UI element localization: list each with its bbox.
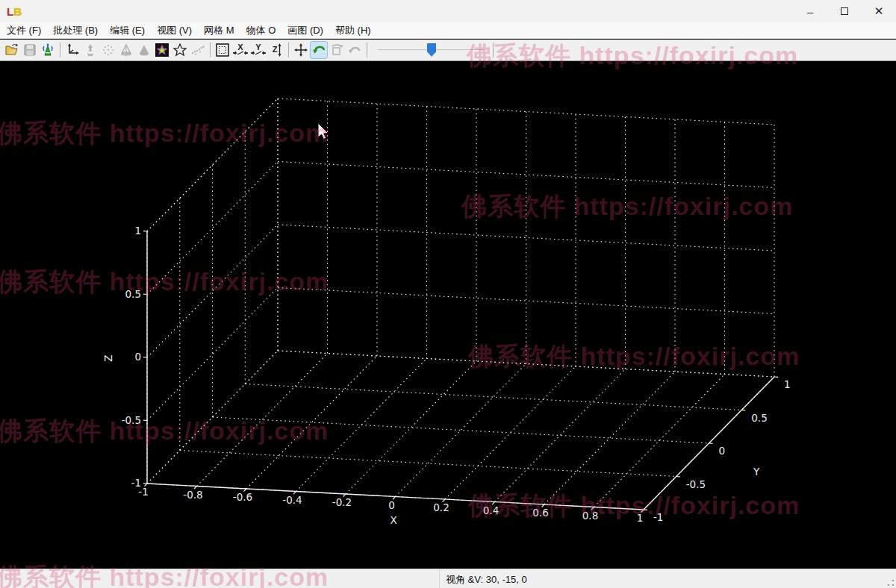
move-tool-button[interactable] — [292, 41, 310, 59]
point-cloud-icon — [101, 43, 116, 57]
window-controls: – ✕ — [793, 0, 896, 22]
x-tick-label: 1 — [637, 512, 644, 524]
view-angle-status: 视角 &V: 30, -15, 0 — [446, 573, 527, 587]
z-axis-move-button[interactable]: Z — [267, 41, 285, 59]
axis-titles: XYZ — [102, 354, 760, 526]
star-colorful-icon — [155, 43, 169, 57]
svg-text:Z: Z — [273, 45, 278, 54]
broadcast-button[interactable] — [39, 41, 57, 59]
close-button[interactable]: ✕ — [862, 0, 896, 22]
y-axis-title: Y — [753, 466, 760, 478]
undo-arrow-icon — [347, 43, 362, 57]
app-logo-icon: LB — [7, 6, 22, 17]
x-tick-label: -0.8 — [183, 489, 202, 501]
rotate-arrow-icon — [311, 43, 326, 57]
cone-solid-icon — [137, 43, 152, 57]
y-axis-move-icon: Y — [250, 43, 267, 57]
plot-canvas[interactable]: -1-0.8-0.6-0.4-0.200.20.40.60.81-1-0.500… — [0, 61, 896, 569]
toolbar-separator — [60, 43, 60, 57]
menu-bar: 文件 (F) 批处理 (B) 编辑 (E) 视图 (V) 网格 M 物体 O 画… — [0, 22, 896, 39]
y-tick-label: 0.5 — [751, 412, 767, 424]
x-axis-move-icon: X — [232, 43, 249, 57]
menu-mesh[interactable]: 网格 M — [199, 24, 239, 37]
y-axis-move-button[interactable]: Y — [249, 41, 267, 59]
z-axis-move-icon: Z — [269, 43, 284, 57]
star-outline-icon — [172, 43, 187, 57]
svg-text:X: X — [237, 43, 243, 51]
light-button[interactable] — [81, 41, 99, 59]
y-tick-label: -1 — [653, 511, 663, 523]
status-bar: 视角 &V: 30, -15, 0 — [0, 569, 896, 588]
star-colorful-button[interactable] — [153, 41, 171, 59]
minimize-button[interactable]: – — [793, 0, 827, 22]
undo-button[interactable] — [346, 41, 364, 59]
mouse-cursor — [318, 123, 328, 139]
move-arrows-icon — [293, 43, 308, 57]
z-tick-label: -0.5 — [122, 414, 141, 426]
grid-left-wall — [147, 98, 278, 484]
x-tick-label: 0.2 — [433, 501, 449, 513]
scatter-points-button[interactable] — [189, 41, 207, 59]
grid-border-button[interactable] — [214, 41, 231, 59]
menu-view[interactable]: 视图 (V) — [152, 24, 197, 37]
z-tick-label: 1 — [134, 225, 141, 237]
menu-object[interactable]: 物体 O — [241, 24, 281, 37]
cone-wireframe-icon — [119, 43, 134, 57]
open-file-button[interactable] — [3, 41, 21, 59]
axis-lines — [147, 231, 774, 510]
axes-3d-icon — [65, 43, 80, 57]
toolbar-separator — [210, 43, 211, 57]
toolbar-separator — [493, 43, 494, 57]
app-window: LB – ✕ 文件 (F) 批处理 (B) 编辑 (E) 视图 (V) 网格 M… — [0, 0, 896, 588]
open-folder-icon — [4, 43, 19, 57]
statusbar-separator — [439, 569, 440, 588]
rotate-box-icon — [329, 43, 344, 57]
z-tick-label: 0 — [134, 351, 141, 363]
x-tick-label: -0.4 — [282, 494, 302, 506]
menu-edit[interactable]: 编辑 (E) — [105, 24, 150, 37]
y-tick-labels: -1-0.500.51 — [653, 378, 791, 523]
axes-3d-button[interactable] — [63, 41, 81, 59]
grid-back-wall — [278, 98, 774, 377]
x-tick-label: 0.8 — [582, 510, 598, 522]
y-tick-label: -0.5 — [686, 478, 706, 490]
y-tick-label: 1 — [784, 378, 791, 390]
slider-handle[interactable] — [427, 43, 436, 57]
title-bar: LB – ✕ — [0, 0, 896, 22]
x-tick-label: 0 — [388, 499, 395, 511]
maximize-icon — [841, 7, 848, 15]
rotate-box-button[interactable] — [328, 41, 346, 59]
antenna-icon — [40, 43, 55, 57]
save-file-button[interactable] — [21, 41, 39, 59]
x-axis-title: X — [390, 514, 396, 526]
cone-solid-button[interactable] — [135, 41, 153, 59]
grid-border-icon — [215, 43, 230, 57]
rotate-tool-button[interactable] — [310, 41, 328, 59]
toolbar-separator — [288, 43, 289, 57]
x-axis-move-button[interactable]: X — [231, 41, 249, 59]
maximize-button[interactable] — [827, 0, 862, 22]
menu-draw[interactable]: 画图 (D) — [282, 24, 329, 37]
zoom-slider[interactable] — [378, 41, 490, 59]
z-axis-title: Z — [102, 354, 114, 361]
z-tick-label: 0.5 — [125, 288, 141, 300]
x-tick-label: -0.6 — [233, 491, 252, 503]
save-icon — [23, 43, 37, 57]
z-tick-label: -1 — [131, 477, 141, 489]
star-outline-button[interactable] — [171, 41, 189, 59]
toolbar-separator — [367, 43, 367, 57]
y-tick-label: 0 — [719, 445, 726, 457]
toolbar: X Y Z — [0, 40, 896, 61]
point-cloud-button[interactable] — [99, 41, 117, 59]
light-up-icon — [83, 43, 98, 57]
svg-text:Y: Y — [255, 43, 261, 51]
viewport-3d[interactable]: -1-0.8-0.6-0.4-0.200.20.40.60.81-1-0.500… — [0, 61, 896, 569]
menu-file[interactable]: 文件 (F) — [1, 24, 46, 37]
scatter-curve-icon — [190, 43, 205, 57]
menu-help[interactable]: 帮助 (H) — [330, 24, 376, 37]
cone-wireframe-button[interactable] — [117, 41, 135, 59]
x-tick-label: -0.2 — [332, 496, 352, 508]
menu-batch[interactable]: 批处理 (B) — [48, 24, 103, 37]
grid-floor — [147, 351, 774, 510]
resize-grip[interactable] — [887, 579, 895, 587]
